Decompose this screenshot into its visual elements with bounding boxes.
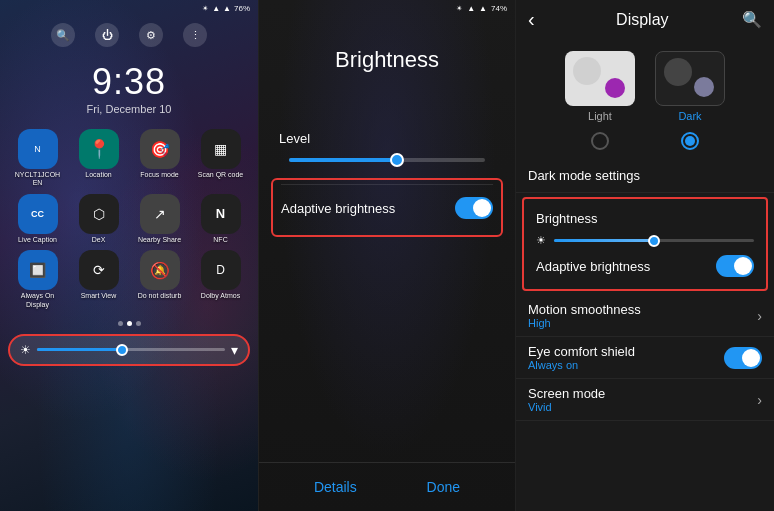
app-grid: N NYCLT1JCOH EN 📍 Location 🎯 Focus mode … [0,121,258,317]
app-nyclt[interactable]: N NYCLT1JCOH EN [10,129,65,188]
light-theme-option[interactable]: Light [565,51,635,122]
p3-adaptive-toggle[interactable] [716,255,754,277]
dark-preview-circle-left [664,58,692,86]
app-label-aod: Always On Display [10,292,65,309]
p3-brightness-label: Brightness [536,211,597,226]
app-icon-dex: ⬡ [79,194,119,234]
motion-chevron-icon: › [757,308,762,324]
app-smartview[interactable]: ⟳ Smart View [71,250,126,309]
p3-search-icon[interactable]: 🔍 [742,10,762,29]
light-radio-outer [591,132,609,150]
screen-mode-item[interactable]: Screen mode Vivid › [516,379,774,421]
app-dex[interactable]: ⬡ DeX [71,194,126,244]
app-qr[interactable]: ▦ Scan QR code [193,129,248,188]
power-icon-btn[interactable]: ⏻ [95,23,119,47]
adaptive-row: Adaptive brightness [281,184,493,231]
p2-status-bar: ✴ ▲ ▲ 74% [259,0,515,17]
level-track[interactable] [289,158,485,162]
app-icon-nearby: ↗ [140,194,180,234]
dot-2 [127,321,132,326]
app-icon-nyclt: N [18,129,58,169]
level-thumb[interactable] [390,153,404,167]
brightness-title: Brightness [259,17,515,113]
screen-mode-label: Screen mode [528,386,757,401]
app-nearby[interactable]: ↗ Nearby Share [132,194,187,244]
p3-adaptive-row: Adaptive brightness [536,251,754,281]
app-icon-dolby: D [201,250,241,290]
eye-comfort-item[interactable]: Eye comfort shield Always on [516,337,774,379]
p2-wifi-icon: ▲ [479,4,487,13]
app-nfc[interactable]: N NFC [193,194,248,244]
dark-radio-outer [681,132,699,150]
app-icon-smartview: ⟳ [79,250,119,290]
p3-brightness-slider-row: ☀ [536,230,754,251]
screen-mode-text: Screen mode Vivid [528,386,757,413]
p3-sun-icon: ☀ [536,234,546,247]
search-icon-btn[interactable]: 🔍 [51,23,75,47]
brightness-low-icon: ☀ [20,343,31,357]
app-dnd[interactable]: 🔕 Do not disturb [132,250,187,309]
brightness-track[interactable] [37,348,225,351]
done-button[interactable]: Done [427,479,460,495]
motion-smoothness-item[interactable]: Motion smoothness High › [516,295,774,337]
app-dolby[interactable]: D Dolby Atmos [193,250,248,309]
expand-icon[interactable]: ▾ [231,342,238,358]
p2-bluetooth-icon: ✴ [456,4,463,13]
app-caption[interactable]: CC Live Caption [10,194,65,244]
app-label-nyclt: NYCLT1JCOH EN [10,171,65,188]
brightness-panel: ✴ ▲ ▲ 74% Brightness Level Adaptive brig… [258,0,516,511]
brightness-thumb[interactable] [116,344,128,356]
gear-icon: ⚙ [146,29,156,42]
toggle-thumb [473,199,491,217]
home-screen-panel: ✴ ▲ ▲ 76% 🔍 ⏻ ⚙ ⋮ 9:38 Fri, December 10 … [0,0,258,511]
screen-mode-chevron-icon: › [757,392,762,408]
app-focus[interactable]: 🎯 Focus mode [132,129,187,188]
app-label-smartview: Smart View [81,292,117,300]
settings-icon-btn[interactable]: ⚙ [139,23,163,47]
details-button[interactable]: Details [314,479,357,495]
more-icon-btn[interactable]: ⋮ [183,23,207,47]
dark-preview-circle-right [694,77,714,97]
app-aod[interactable]: 🔲 Always On Display [10,250,65,309]
display-title: Display [616,11,668,29]
light-preview-circle-right [605,78,625,98]
app-label-caption: Live Caption [18,236,57,244]
brightness-bar[interactable]: ☀ ▾ [8,334,250,366]
status-bar: ✴ ▲ ▲ 76% [0,0,258,17]
dark-mode-settings-item[interactable]: Dark mode settings [516,158,774,193]
dot-3 [136,321,141,326]
search-icon: 🔍 [56,29,70,42]
back-button[interactable]: ‹ [528,8,535,31]
level-fill [289,158,397,162]
page-dots [0,317,258,330]
p3-brightness-fill [554,239,654,242]
app-icon-caption: CC [18,194,58,234]
p2-bottom-bar: Details Done [259,462,515,511]
dark-theme-option[interactable]: Dark [655,51,725,122]
app-icon-nfc: N [201,194,241,234]
display-settings-panel: ‹ Display 🔍 Light Dark [516,0,774,511]
app-icon-qr: ▦ [201,129,241,169]
more-icon: ⋮ [190,29,201,42]
dot-1 [118,321,123,326]
adaptive-toggle[interactable] [455,197,493,219]
p2-content: Level Adaptive brightness [259,113,515,247]
app-icon-dnd: 🔕 [140,250,180,290]
top-icons-bar: 🔍 ⏻ ⚙ ⋮ [0,17,258,51]
eye-toggle-thumb [742,349,760,367]
p3-brightness-track[interactable] [554,239,754,242]
app-location[interactable]: 📍 Location [71,129,126,188]
clock-widget: 9:38 Fri, December 10 [0,51,258,121]
dark-radio[interactable] [655,132,725,150]
app-label-dnd: Do not disturb [138,292,182,300]
eye-comfort-text: Eye comfort shield Always on [528,344,724,371]
signal-icon: ▲ [212,4,220,13]
clock-time: 9:38 [0,61,258,103]
app-label-location: Location [85,171,111,179]
p3-brightness-thumb[interactable] [648,235,660,247]
light-preview [565,51,635,106]
brightness-fill [37,348,122,351]
eye-comfort-toggle[interactable] [724,347,762,369]
dark-radio-inner [685,136,695,146]
light-radio[interactable] [565,132,635,150]
